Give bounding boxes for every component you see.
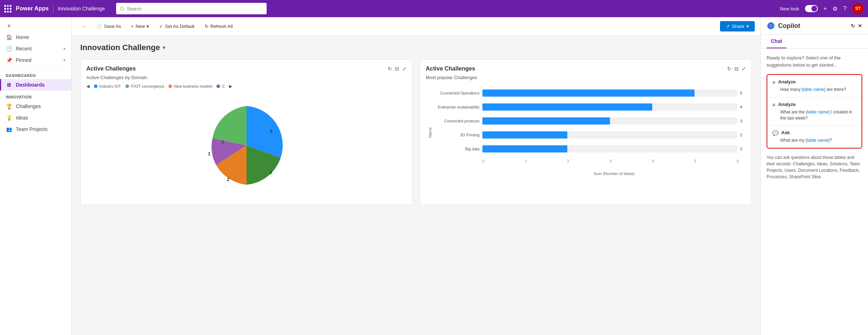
main-layout: ≡ 🏠 Home 🕐 Recent ▾ 📌 Pinned ▾ Dashboard… [0,17,868,335]
sidebar-item-pinned[interactable]: 📌 Pinned ▾ [0,54,71,66]
bar-track-0 [482,89,737,97]
suggestion-link-2[interactable]: [table name] [806,138,829,143]
new-button[interactable]: + New ▾ [127,21,154,31]
topbar-page-name: Innovation Challenge [58,6,105,11]
sidebar-collapse[interactable]: ≡ [0,20,71,31]
content-area: ← 📄 Save As + New ▾ ✓ Set As Default ↻ R… [72,17,760,335]
bar-value-3: 2 [740,133,746,137]
recent-icon: 🕐 [6,46,12,52]
bar-card-header: Active Challenges ↻ ⊟ ⤢ [426,65,746,72]
app-grid-icon[interactable] [4,5,11,12]
settings-button[interactable]: ⚙ [833,5,838,12]
sidebar-challenges-label: Challenges [16,103,41,109]
copilot-logo-icon [767,21,775,30]
dashboards-section-label: Dashboards [0,69,71,79]
sidebar-item-ideas[interactable]: 💡 Ideas [0,112,71,123]
sidebar-item-team-projects[interactable]: 👥 Team Projects [0,123,71,135]
pie-legend: ◀ Industry IOT IT/OT convergence New bus… [86,84,406,89]
copilot-suggestion-0[interactable]: ≡ Analyze How many [table name] are ther… [767,75,862,97]
bar-x-axis-label: Sum (Number of Ideas) [433,171,746,176]
legend-prev-button[interactable]: ◀ [86,84,90,89]
pie-card-icons: ↻ ⊟ ⤢ [388,66,406,72]
copilot-suggestion-1[interactable]: ≡ Analyze What are the [table name] I cr… [767,97,862,126]
suggestion-title-2: Ask [781,130,790,135]
copilot-tab-chat[interactable]: Chat [767,35,786,48]
bar-chart-card: Active Challenges ↻ ⊟ ⤢ Most popular Cha… [420,59,752,205]
save-as-button[interactable]: 📄 Save As [92,21,125,31]
bar-fill-2 [482,117,610,125]
sidebar-item-dashboards[interactable]: ⊞ Dashboards [0,79,71,91]
suggestion-text-before-0: How many [780,87,802,92]
pie-expand-button[interactable]: ⤢ [402,66,406,72]
suggestion-text-before-1: What are the [780,110,806,115]
back-button[interactable]: ← [77,21,91,31]
copilot-intro-text: Ready to explore? Select one of the sugg… [767,54,862,68]
legend-item-1: IT/OT convergence [125,84,164,88]
copilot-header: Copilot ↻ ✕ [761,17,868,35]
copilot-close-button[interactable]: ✕ [858,23,862,29]
suggestion-link-0[interactable]: [table name] [802,87,825,92]
pie-chart-svg: 3 2 2 1 1 [193,95,300,195]
legend-item-2: New business models [168,84,212,88]
copilot-suggestions: ≡ Analyze How many [table name] are ther… [767,74,862,149]
bar-track-1 [482,103,737,111]
suggestion-link-1[interactable]: [table name] [806,110,830,115]
bar-value-4: 2 [740,147,746,151]
legend-item-0: Industry IOT [94,84,121,88]
pie-label-1b: 1 [221,139,224,145]
bar-refresh-button[interactable]: ↻ [727,66,731,72]
pie-list-button[interactable]: ⊟ [395,66,399,72]
svg-point-1 [767,22,774,29]
pie-refresh-button[interactable]: ↻ [388,66,392,72]
copilot-suggestion-2[interactable]: 💬 Ask What are my [table name]? [767,126,862,148]
back-icon: ← [82,24,86,29]
bar-fill-3 [482,131,567,139]
sidebar-item-recent[interactable]: 🕐 Recent ▾ [0,43,71,54]
collapse-icon: ≡ [6,23,12,29]
legend-label-1: IT/OT convergence [131,84,164,88]
pie-card-title: Active Challenges [86,65,388,72]
bar-y-axis-label: Name [426,86,433,179]
suggestion-text-0: How many [table name] are there? [772,87,857,93]
search-input[interactable] [127,6,263,11]
search-icon [120,6,124,11]
bar-x-axis: 0 1 2 3 4 5 6 [433,159,746,163]
page-title: Innovation Challenge ▾ [80,43,752,52]
copilot-panel: Copilot ↻ ✕ Chat Ready to explore? Selec… [760,17,868,335]
pie-label-2b: 2 [227,177,229,182]
sidebar: ≡ 🏠 Home 🕐 Recent ▾ 📌 Pinned ▾ Dashboard… [0,17,72,335]
copilot-header-icons: ↻ ✕ [851,23,862,29]
sidebar-ideas-label: Ideas [16,115,28,121]
sidebar-item-challenges[interactable]: 🏆 Challenges [0,101,71,112]
avatar: ST [852,3,864,14]
refresh-label: Refresh All [210,24,233,29]
set-default-button[interactable]: ✓ Set As Default [155,21,199,31]
save-as-icon: 📄 [96,24,102,29]
add-button[interactable]: + [824,5,827,12]
legend-next-button[interactable]: ▶ [229,84,232,89]
profile-button[interactable]: ST [852,3,864,14]
bar-track-4 [482,145,737,152]
page-content: Innovation Challenge ▾ Active Challenges… [72,36,760,335]
bar-chart-subtitle: Most popular Challenges [426,75,746,80]
sidebar-item-home[interactable]: 🏠 Home [0,31,71,43]
bar-label-0: Connected Operations [433,91,480,95]
bar-label-4: Big data [433,147,480,151]
pinned-icon: 📌 [6,57,12,63]
sidebar-top: ≡ 🏠 Home 🕐 Recent ▾ 📌 Pinned ▾ [0,17,71,69]
suggestion-title-0: Analyze [778,79,796,84]
bar-expand-button[interactable]: ⤢ [741,66,746,72]
new-look-toggle[interactable] [805,5,818,12]
pie-label-2: 2 [270,170,272,175]
new-label: New [135,24,145,29]
refresh-button[interactable]: ↻ Refresh All [200,21,237,31]
bar-list-button[interactable]: ⊟ [734,66,739,72]
share-button[interactable]: ↗ Share ▾ [720,21,755,31]
bar-row-3: 3D Printing 2 [433,131,746,139]
legend-item-3: C [216,84,225,88]
share-chevron-icon: ▾ [747,24,749,29]
x-tick-6: 6 [736,159,739,163]
copilot-refresh-button[interactable]: ↻ [851,23,855,29]
help-button[interactable]: ? [843,5,846,12]
legend-dot-0 [94,84,97,88]
